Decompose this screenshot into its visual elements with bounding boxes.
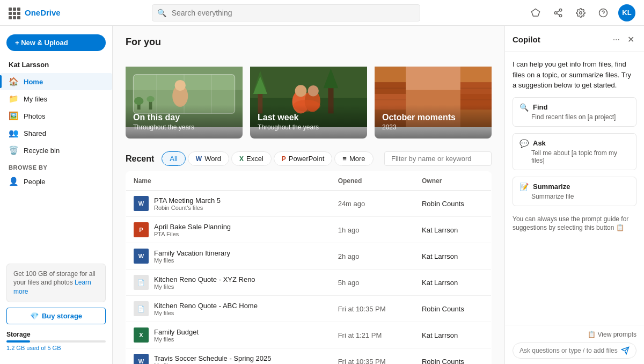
- photo-card-last-week[interactable]: Last week Throughout the years: [250, 55, 367, 139]
- recent-header: Recent All W Word X Excel P PowerPoint ≡…: [126, 151, 492, 166]
- help-icon[interactable]: [596, 5, 611, 20]
- copilot-header: Copilot ··· ✕: [505, 26, 644, 52]
- files-table: Name Opened Owner W PTA Meeting March 5 …: [126, 171, 492, 364]
- diamond-small-icon: 💎: [30, 312, 39, 320]
- file-icon: W: [134, 196, 149, 211]
- filter-search: [384, 151, 492, 166]
- filter-tab-word[interactable]: W Word: [188, 151, 229, 166]
- new-upload-button[interactable]: + New & Upload: [6, 34, 106, 51]
- buy-storage-button[interactable]: 💎 Buy storage: [6, 308, 106, 324]
- table-row[interactable]: 📄 Kitchen Reno Quote - ABC Home My files…: [126, 296, 492, 322]
- copilot-card-summarize-header: 📝 Summarize: [519, 183, 630, 191]
- topbar: OneDrive 🔍 KL: [0, 0, 644, 26]
- file-owner: Kat Larrson: [414, 322, 492, 348]
- recent-label: Recent: [126, 154, 154, 164]
- settings-icon[interactable]: [573, 5, 588, 20]
- send-button[interactable]: [621, 346, 630, 355]
- sidebar-item-recyclebin[interactable]: 🗑️ Recycle bin: [0, 142, 112, 159]
- find-icon: 🔍: [519, 103, 529, 112]
- svg-point-3: [559, 14, 562, 17]
- buy-storage-label: Buy storage: [42, 312, 82, 320]
- ask-icon: 💬: [519, 139, 529, 148]
- file-owner: Kat Larrson: [414, 217, 492, 243]
- file-name: Family Budget: [154, 328, 199, 336]
- filter-tab-more[interactable]: ≡ More: [334, 151, 373, 166]
- file-icon: 📄: [134, 301, 149, 316]
- sidebar-item-home-label: Home: [24, 78, 43, 86]
- file-owner: Robin Counts: [414, 191, 492, 217]
- copilot-more-button[interactable]: ···: [611, 34, 622, 46]
- storage-used-text: 1.2 GB used of 5 GB: [6, 345, 106, 351]
- sidebar-item-photos[interactable]: 🖼️ Photos: [0, 107, 112, 125]
- table-row[interactable]: P April Bake Sale Planning PTA Files 1h …: [126, 217, 492, 243]
- filter-tab-excel[interactable]: X Excel: [231, 151, 272, 166]
- file-icon: 📄: [134, 275, 149, 290]
- file-location: My files: [154, 336, 199, 343]
- copilot-card-find[interactable]: 🔍 Find Find recent files on [a project]: [513, 97, 636, 127]
- table-row[interactable]: X Family Budget My files Fri at 1:21 PM …: [126, 322, 492, 348]
- col-opened: Opened: [331, 172, 414, 191]
- table-row[interactable]: W PTA Meeting March 5 Robin Count's file…: [126, 191, 492, 217]
- file-name: Family Vacation Itinerary: [154, 249, 230, 257]
- file-name-cell: P April Bake Sale Planning PTA Files: [134, 222, 323, 237]
- file-name-cell: W Family Vacation Itinerary My files: [134, 249, 323, 264]
- photo-card-title-3: October moments: [382, 112, 484, 122]
- copilot-actions: ··· ✕: [611, 33, 636, 46]
- file-opened: 24m ago: [331, 191, 414, 217]
- filter-tabs: All W Word X Excel P PowerPoint ≡ More: [162, 151, 373, 166]
- col-name: Name: [126, 172, 331, 191]
- copilot-card-summarize[interactable]: 📝 Summarize Summarize file: [513, 177, 636, 206]
- view-prompts-label: View prompts: [598, 331, 636, 338]
- view-prompts[interactable]: 📋 View prompts: [513, 331, 636, 338]
- filter-tab-all[interactable]: All: [162, 151, 185, 166]
- svg-point-29: [295, 85, 307, 97]
- copilot-input-wrap: [513, 343, 636, 359]
- photo-card-on-this-day[interactable]: On this day Throughout the years: [126, 55, 243, 139]
- copilot-input[interactable]: [519, 347, 618, 354]
- photo-card-overlay-3: October moments 2023: [375, 105, 492, 139]
- sidebar-item-home[interactable]: 🏠 Home: [0, 73, 112, 90]
- file-location: Robin Count's files: [154, 205, 221, 211]
- file-location: PTA Files: [154, 231, 231, 237]
- sidebar-item-myfiles[interactable]: 📁 My files: [0, 90, 112, 107]
- search-bar: 🔍: [152, 4, 420, 21]
- svg-point-20: [147, 96, 155, 103]
- waffle-icon[interactable]: [9, 8, 19, 18]
- user-section: Kat Larsson: [0, 59, 112, 73]
- sidebar-item-people[interactable]: 👤 People: [0, 173, 112, 190]
- copilot-card-ask[interactable]: 💬 Ask Tell me about [a topic from my fil…: [513, 133, 636, 170]
- photos-icon: 🖼️: [9, 111, 18, 121]
- filter-tab-powerpoint[interactable]: P PowerPoint: [274, 151, 333, 166]
- table-row[interactable]: 📄 Kitchen Reno Quote - XYZ Reno My files…: [126, 270, 492, 296]
- sidebar-item-photos-label: Photos: [24, 112, 45, 120]
- share-icon[interactable]: [551, 5, 566, 20]
- recyclebin-icon: 🗑️: [9, 145, 18, 155]
- file-icon: X: [134, 327, 149, 343]
- table-row[interactable]: W Travis Soccer Schedule - Spring 2025 M…: [126, 348, 492, 365]
- search-input[interactable]: [152, 4, 420, 21]
- avatar[interactable]: KL: [618, 4, 635, 21]
- file-name-cell: 📄 Kitchen Reno Quote - ABC Home My files: [134, 301, 323, 316]
- storage-promo: Get 100 GB of storage for all your files…: [6, 264, 106, 302]
- file-opened: Fri at 10:35 PM: [331, 348, 414, 365]
- svg-line-5: [557, 10, 559, 12]
- diamond-icon[interactable]: [528, 5, 543, 20]
- file-name-cell: 📄 Kitchen Reno Quote - XYZ Reno My files: [134, 275, 323, 290]
- people-icon: 👤: [9, 177, 18, 186]
- file-name-cell: X Family Budget My files: [134, 327, 323, 343]
- sidebar-item-shared[interactable]: 👥 Shared: [0, 125, 112, 142]
- file-opened: Fri at 10:35 PM: [331, 296, 414, 322]
- filter-input[interactable]: [384, 151, 492, 166]
- copilot-card-ask-header: 💬 Ask: [519, 139, 630, 148]
- photo-card-october[interactable]: October moments 2023: [375, 55, 492, 139]
- file-icon: P: [134, 222, 149, 237]
- copilot-find-label: Find: [533, 103, 547, 111]
- photo-card-sub-1: Throughout the years: [133, 123, 235, 131]
- photo-card-title-1: On this day: [133, 112, 235, 122]
- table-row[interactable]: W Family Vacation Itinerary My files 2h …: [126, 243, 492, 270]
- copilot-close-button[interactable]: ✕: [625, 33, 636, 46]
- col-owner: Owner: [414, 172, 492, 191]
- copilot-summarize-sub: Summarize file: [519, 193, 630, 200]
- copilot-summarize-label: Summarize: [533, 183, 570, 191]
- file-name-cell: W PTA Meeting March 5 Robin Count's file…: [134, 196, 323, 211]
